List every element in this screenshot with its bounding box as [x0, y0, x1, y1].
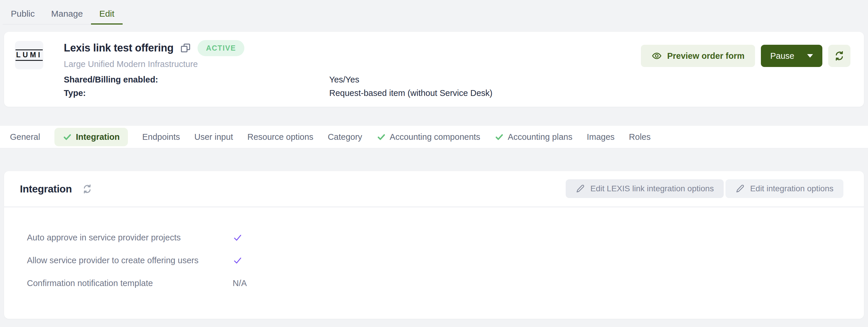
setting-label: Confirmation notification template [27, 279, 232, 288]
integration-panel-header: Integration [4, 171, 864, 206]
tab-label: General [10, 132, 40, 142]
preview-order-form-button[interactable]: Preview order form [641, 45, 755, 67]
check-icon [63, 132, 72, 141]
offering-header-card: LUMI Lexis link test offering ACTIVE Lar… [4, 32, 864, 107]
check-icon [232, 255, 243, 265]
preview-order-form-label: Preview order form [667, 51, 744, 61]
tab-integration[interactable]: Integration [55, 128, 128, 146]
offering-title: Lexis link test offering [64, 42, 174, 54]
pause-button[interactable]: Pause [761, 45, 823, 67]
edit-integration-options-button[interactable]: Edit integration options [725, 179, 843, 198]
field-label: Shared/Billing enabled: [64, 75, 329, 85]
chevron-down-icon [807, 54, 813, 58]
panel-title: Integration [20, 183, 72, 195]
tab-images[interactable]: Images [587, 132, 615, 142]
pencil-icon [576, 184, 585, 193]
tab-accounting-components[interactable]: Accounting components [377, 132, 480, 142]
nav-tab-edit[interactable]: Edit [91, 2, 123, 24]
pencil-icon [736, 184, 745, 193]
sync-offering-button[interactable] [828, 45, 850, 67]
view-mode-tabs: Public Manage Edit [3, 2, 123, 25]
edit-lexis-link-label: Edit LEXIS link integration options [590, 184, 714, 193]
tab-resource-options[interactable]: Resource options [247, 132, 313, 142]
tab-label: Category [328, 132, 362, 142]
setting-row-allow-create-users: Allow service provider to create offerin… [4, 249, 864, 272]
refresh-icon[interactable] [82, 184, 92, 194]
field-row-type: Type: Request-based item (without Servic… [64, 86, 493, 100]
edit-integration-label: Edit integration options [750, 184, 834, 193]
sync-icon [834, 50, 845, 61]
setting-row-confirmation-template: Confirmation notification template N/A [4, 272, 864, 295]
tab-general[interactable]: General [10, 132, 40, 142]
field-row-shared-billing: Shared/Billing enabled: Yes/Yes [64, 73, 493, 86]
pause-label: Pause [770, 51, 794, 61]
tab-category[interactable]: Category [328, 132, 362, 142]
tab-endpoints[interactable]: Endpoints [142, 132, 180, 142]
tab-user-input[interactable]: User input [194, 132, 233, 142]
integration-panel: Integration [4, 171, 864, 319]
integration-settings-list: Auto approve in service provider project… [4, 207, 864, 295]
check-icon [495, 132, 504, 141]
field-value: Yes/Yes [329, 75, 360, 85]
tab-label: Endpoints [142, 132, 180, 142]
tab-label: Accounting plans [508, 132, 572, 142]
tab-label: Roles [629, 132, 651, 142]
tab-label: Integration [76, 132, 120, 142]
setting-label: Auto approve in service provider project… [27, 233, 232, 242]
tab-label: Accounting components [390, 132, 480, 142]
field-value: Request-based item (without Service Desk… [329, 88, 493, 98]
nav-tab-public[interactable]: Public [3, 2, 43, 24]
nav-tab-manage[interactable]: Manage [43, 2, 91, 24]
copy-icon[interactable] [179, 42, 192, 54]
tab-label: User input [194, 132, 233, 142]
offering-logo: LUMI [15, 41, 43, 69]
lumi-logo-text: LUMI [16, 50, 43, 61]
tab-accounting-plans[interactable]: Accounting plans [495, 132, 572, 142]
setting-row-auto-approve: Auto approve in service provider project… [4, 226, 864, 249]
offering-edit-page: Public Manage Edit LUMI Lexis link test … [0, 0, 868, 327]
tab-label: Images [587, 132, 615, 142]
field-label: Type: [64, 88, 329, 98]
setting-value: N/A [232, 279, 247, 288]
eye-icon [651, 51, 662, 61]
tab-label: Resource options [247, 132, 313, 142]
status-badge: ACTIVE [197, 40, 244, 56]
edit-lexis-link-integration-options-button[interactable]: Edit LEXIS link integration options [566, 179, 724, 198]
offering-section-tabs: General Integration Endpoints User input… [0, 126, 868, 148]
setting-label: Allow service provider to create offerin… [27, 256, 232, 265]
check-icon [232, 232, 243, 242]
offering-subtitle: Large Unified Modern Infrastructure [64, 59, 198, 69]
offering-summary-fields: Shared/Billing enabled: Yes/Yes Type: Re… [64, 73, 493, 100]
tab-roles[interactable]: Roles [629, 132, 651, 142]
check-icon [377, 132, 386, 141]
